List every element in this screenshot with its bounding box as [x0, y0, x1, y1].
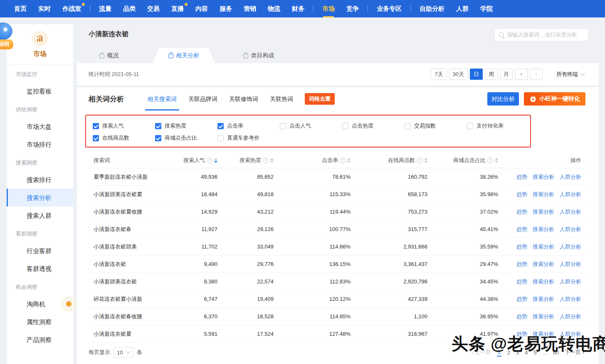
tab-related-brand-words[interactable]: 关联品牌词: [188, 87, 217, 111]
period-month-button[interactable]: 月: [500, 69, 513, 80]
trend-link[interactable]: 趋势: [516, 295, 527, 303]
col-header-mall-click-share[interactable]: 商城点击占比: [427, 157, 498, 164]
prev-date-button[interactable]: ‹: [515, 69, 528, 80]
checkbox-mall-click-share[interactable]: 商城点击占比: [155, 134, 217, 142]
nav-item-traffic[interactable]: 流量: [93, 0, 117, 17]
crowd-analysis-link[interactable]: 人群分析: [560, 278, 581, 285]
sidebar-item-tao-opportunity[interactable]: 淘商机: [7, 295, 73, 313]
assistant-avatar-icon[interactable]: [0, 22, 12, 40]
sort-control[interactable]: [495, 158, 498, 163]
tab-related-analysis[interactable]: 相关分析: [153, 48, 215, 63]
help-icon[interactable]: [340, 157, 346, 163]
checkbox-transaction-index[interactable]: 交易指数: [405, 122, 467, 130]
help-icon[interactable]: [207, 157, 212, 163]
nav-item-category[interactable]: 品类: [117, 0, 141, 17]
trend-link[interactable]: 趋势: [516, 243, 527, 251]
nav-item-home[interactable]: 首页: [8, 0, 32, 17]
trend-link[interactable]: 趋势: [516, 173, 527, 181]
sidebar-item-search-crowd[interactable]: 搜索人群: [7, 207, 73, 224]
sidebar-item-market-ranking[interactable]: 市场排行: [7, 135, 73, 153]
tab-related-search-words[interactable]: 相关搜索词: [148, 87, 177, 111]
trend-link[interactable]: 趋势: [516, 208, 527, 216]
page-size-select[interactable]: 10: [114, 347, 133, 358]
checkbox-ztc-reference-price[interactable]: 直通车参考价: [217, 134, 280, 142]
checkbox-click-popularity[interactable]: 点击人气: [280, 122, 342, 130]
period-week-button[interactable]: 周: [485, 69, 498, 80]
sort-control[interactable]: [214, 158, 217, 163]
search-analysis-link[interactable]: 搜索分析: [533, 226, 554, 233]
search-analysis-link[interactable]: 搜索分析: [533, 208, 554, 216]
nav-item-self-analysis[interactable]: 自助分析: [414, 0, 450, 17]
crowd-analysis-link[interactable]: 人群分析: [560, 295, 581, 303]
period-30d-button[interactable]: 30天: [449, 69, 468, 80]
checkbox-search-popularity[interactable]: 搜索人气: [93, 122, 155, 130]
nav-item-transaction[interactable]: 交易: [141, 0, 165, 17]
crowd-analysis-link[interactable]: 人群分析: [560, 208, 581, 216]
crowd-analysis-link[interactable]: 人群分析: [560, 226, 581, 233]
tab-related-hot-words[interactable]: 关联热词: [270, 87, 293, 111]
sidebar-item-market-overview[interactable]: 市场大盘: [7, 118, 73, 135]
trend-link[interactable]: 趋势: [516, 313, 527, 320]
tab-category-composition[interactable]: 类目构成: [227, 48, 290, 63]
nav-item-market[interactable]: 市场: [316, 0, 341, 17]
terminal-dropdown[interactable]: 所有终端: [556, 71, 584, 78]
trend-link[interactable]: 趋势: [516, 261, 527, 268]
nav-item-service[interactable]: 服务: [214, 0, 238, 17]
sidebar-item-search-ranking[interactable]: 搜索排行: [7, 171, 73, 189]
crowd-analysis-link[interactable]: 人群分析: [560, 173, 581, 181]
crowd-analysis-link[interactable]: 人群分析: [560, 243, 581, 251]
nav-item-logistics[interactable]: 物流: [262, 0, 286, 17]
compare-analysis-button[interactable]: 对比分析: [487, 92, 519, 106]
nav-item-business-zone[interactable]: 业务专区: [371, 0, 407, 17]
nav-item-realtime[interactable]: 实时: [32, 0, 57, 17]
trend-link[interactable]: 趋势: [516, 278, 527, 285]
col-header-click-rate[interactable]: 点击率: [274, 157, 351, 164]
search-analysis-link[interactable]: 搜索分析: [533, 191, 554, 198]
trend-link[interactable]: 趋势: [516, 226, 527, 233]
search-analysis-link[interactable]: 搜索分析: [533, 243, 554, 251]
sidebar-item-industry-customers[interactable]: 行业客群: [7, 242, 73, 260]
sidebar-item-attribute-insight[interactable]: 属性洞察: [7, 313, 73, 331]
search-analysis-link[interactable]: 搜索分析: [533, 313, 554, 320]
sidebar-item-search-analysis[interactable]: 搜索分析: [7, 189, 73, 207]
crowd-analysis-link[interactable]: 人群分析: [560, 191, 581, 198]
checkbox-click-heat[interactable]: 点击热度: [342, 122, 405, 130]
tab-overview[interactable]: 概况: [78, 48, 140, 63]
crowd-analysis-link[interactable]: 人群分析: [560, 261, 581, 268]
checkbox-payment-conversion[interactable]: 支付转化率: [467, 122, 529, 130]
search-analysis-link[interactable]: 搜索分析: [533, 295, 554, 303]
help-icon[interactable]: [487, 157, 493, 163]
nav-item-content[interactable]: 内容: [190, 0, 214, 17]
nav-item-live[interactable]: 直播: [165, 0, 190, 17]
col-header-search-heat[interactable]: 搜索热度: [217, 157, 274, 164]
search-analysis-link[interactable]: 搜索分析: [533, 173, 554, 181]
checkbox-click-rate[interactable]: 点击率: [217, 122, 280, 130]
sidebar-item-product-insight[interactable]: 产品洞察: [7, 331, 73, 349]
one-key-convert-button[interactable]: 小旺神一键转化: [524, 92, 585, 106]
search-analysis-link[interactable]: 搜索分析: [533, 261, 554, 268]
help-icon[interactable]: [263, 157, 269, 163]
nav-item-marketing[interactable]: 营销: [238, 0, 262, 17]
col-header-online-products[interactable]: 在线商品数: [351, 157, 427, 164]
root-dedupe-badge[interactable]: 词根去重: [305, 93, 335, 105]
nav-item-crowd[interactable]: 人群: [450, 0, 474, 17]
tab-related-modifier-words[interactable]: 关联修饰词: [229, 87, 258, 111]
search-analysis-link[interactable]: 搜索分析: [533, 278, 554, 285]
sort-control[interactable]: [347, 158, 351, 163]
nav-item-competition[interactable]: 竞争: [341, 0, 365, 17]
period-day-button[interactable]: 日: [470, 69, 483, 80]
search-box[interactable]: [494, 28, 588, 41]
sidebar-item-customer-perspective[interactable]: 客群透视: [7, 260, 73, 278]
search-input[interactable]: [507, 32, 584, 38]
sort-control[interactable]: [424, 158, 427, 163]
nav-item-academy[interactable]: 学院: [474, 0, 499, 17]
sort-control[interactable]: [270, 158, 274, 163]
crowd-analysis-link[interactable]: 人群分析: [560, 313, 581, 320]
help-tag-button[interactable]: 说明: [0, 39, 13, 49]
col-header-search-popularity[interactable]: 搜索人气: [163, 157, 217, 164]
sidebar-item-monitor-board[interactable]: 监控看板: [7, 82, 73, 100]
trend-link[interactable]: 趋势: [516, 191, 527, 198]
nav-item-war-room[interactable]: 作战室: [57, 0, 87, 17]
help-icon[interactable]: [417, 157, 422, 163]
next-date-button[interactable]: ›: [530, 69, 543, 80]
